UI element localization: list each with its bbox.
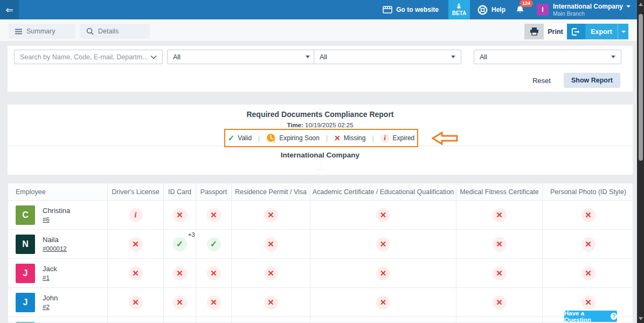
report-time: Time: 10/19/2025 02:25 bbox=[8, 122, 633, 128]
status-cell: ✕ bbox=[310, 201, 456, 230]
employee-cell: C Christina #6 bbox=[8, 205, 107, 225]
filter-dropdown-3[interactable]: All bbox=[474, 50, 621, 64]
report-company-name: International Company bbox=[8, 151, 633, 159]
status-icon: ✓ bbox=[207, 237, 221, 251]
status-cell: ✕ bbox=[196, 288, 232, 317]
status-icon: ✕ bbox=[129, 266, 143, 280]
status-cell: ✕ bbox=[164, 288, 196, 317]
status-icon: ✕ bbox=[129, 295, 143, 310]
employee-name: Christina bbox=[43, 206, 70, 216]
export-button[interactable]: Export bbox=[567, 24, 628, 39]
search-icon bbox=[86, 28, 94, 35]
legend-item-valid: ✓ Valid bbox=[228, 133, 252, 143]
collapse-sidebar-button[interactable]: ⇐ bbox=[0, 0, 19, 19]
status-cell: ✓+3 bbox=[164, 230, 196, 259]
table-row bbox=[8, 317, 634, 323]
employee-code-link[interactable]: #6 bbox=[43, 216, 50, 224]
beta-tab[interactable]: BETA bbox=[448, 0, 470, 19]
chevron-down-icon bbox=[626, 5, 631, 8]
tab-details[interactable]: Details bbox=[80, 24, 150, 39]
printer-icon bbox=[524, 24, 544, 39]
employee-code-link[interactable]: #000012 bbox=[43, 245, 67, 253]
filter-dropdown-2[interactable]: All bbox=[314, 50, 461, 64]
legend-separator: | bbox=[372, 134, 373, 142]
table-row: N Naila #000012 ✕ ✓+3 ✓ ✕ ✕ ✕ ✕ bbox=[8, 230, 634, 259]
status-cell: ✕ bbox=[310, 259, 456, 288]
scroll-down-icon[interactable] bbox=[639, 317, 643, 320]
table-row: J John #2 ✕ ✕ ✕ ✕ ✕ ✕ ✕ bbox=[8, 288, 634, 317]
show-report-button[interactable]: Show Report bbox=[564, 73, 620, 88]
avatar: N bbox=[16, 235, 35, 254]
col-passport: Passport bbox=[196, 183, 232, 201]
report-title: Required Documents Compliance Report bbox=[8, 110, 633, 119]
collapse-arrow-icon: ⇐ bbox=[5, 4, 13, 16]
status-cell: ✕ bbox=[310, 230, 456, 259]
status-icon: ✕ bbox=[581, 237, 595, 251]
go-to-website-button[interactable]: Go to website bbox=[383, 6, 439, 13]
tab-summary[interactable]: Summary bbox=[9, 24, 75, 39]
status-cell: ✕ bbox=[456, 288, 543, 317]
col-academic-certificate: Academic Certificate / Educational Quali… bbox=[310, 183, 456, 201]
notifications-button[interactable]: 124 bbox=[515, 5, 525, 15]
status-icon: ✕ bbox=[493, 237, 507, 251]
scrollbar-thumb[interactable] bbox=[639, 14, 643, 161]
top-bar: ⇐ Go to website BETA Help 124 I Internat… bbox=[0, 0, 637, 19]
status-icon: ✓ bbox=[173, 237, 187, 251]
company-switcher[interactable]: I International Company Main Branch bbox=[537, 3, 631, 17]
export-label: Export bbox=[585, 24, 618, 39]
status-icon: ✕ bbox=[376, 237, 390, 251]
status-icon: ✕ bbox=[173, 295, 187, 310]
filter-dropdown-1[interactable]: All bbox=[167, 50, 316, 64]
status-cell: ✕ bbox=[232, 259, 310, 288]
col-id-card: ID Card bbox=[164, 183, 196, 201]
status-cell: ✕ bbox=[456, 259, 543, 288]
scroll-up-icon[interactable] bbox=[639, 3, 643, 6]
reset-button[interactable]: Reset bbox=[532, 77, 551, 85]
col-drivers-license: Driver's License bbox=[108, 183, 164, 201]
chevron-down-icon bbox=[306, 56, 310, 58]
chevron-down-icon bbox=[451, 56, 455, 58]
employee-search-select[interactable]: Search by Name, Code, E-mail, Departm... bbox=[14, 50, 163, 64]
status-cell: ✕ bbox=[164, 201, 196, 230]
status-icon: ✕ bbox=[173, 266, 187, 280]
status-cell: ✓ bbox=[196, 230, 232, 259]
help-button[interactable]: Help bbox=[477, 5, 505, 15]
status-icon: ✕ bbox=[207, 208, 221, 222]
legend-item-missing: ✕ Missing bbox=[334, 134, 365, 142]
status-cell: ✕ bbox=[164, 259, 196, 288]
export-dropdown-button[interactable] bbox=[618, 24, 628, 39]
chevron-down-icon bbox=[611, 56, 615, 58]
compliance-table: Employee Driver's License ID Card Passpo… bbox=[8, 183, 633, 323]
legend-item-expired: i Expired bbox=[380, 134, 415, 143]
print-button[interactable]: Print bbox=[524, 24, 567, 39]
employee-name: John bbox=[43, 293, 58, 303]
tab-details-label: Details bbox=[98, 28, 119, 35]
legend-valid-label: Valid bbox=[238, 134, 252, 142]
legend-missing-label: Missing bbox=[344, 134, 366, 142]
employee-code-link[interactable]: #2 bbox=[43, 303, 50, 312]
status-icon: ✕ bbox=[264, 208, 278, 222]
vertical-scrollbar[interactable] bbox=[637, 0, 644, 323]
status-cell: ✕ bbox=[543, 201, 634, 230]
print-label: Print bbox=[544, 24, 567, 39]
employee-code-link[interactable]: #1 bbox=[43, 274, 50, 283]
status-icon: ✕ bbox=[264, 266, 278, 280]
export-icon bbox=[567, 24, 585, 39]
annotation-arrow-icon bbox=[432, 132, 459, 145]
status-cell: ✕ bbox=[196, 201, 232, 230]
table-row: C Christina #6 i ✕ ✕ ✕ ✕ ✕ ✕ bbox=[8, 201, 634, 230]
help-label: Help bbox=[491, 6, 505, 13]
status-icon: i bbox=[129, 208, 143, 222]
branch-name: Main Branch bbox=[553, 10, 631, 17]
status-icon: ✕ bbox=[581, 266, 595, 280]
filter-2-value: All bbox=[320, 53, 451, 61]
legend-item-expiring: Expiring Soon bbox=[266, 133, 320, 143]
status-icon: ✕ bbox=[376, 266, 390, 280]
filter-3-value: All bbox=[480, 53, 611, 61]
expiring-clock-icon bbox=[266, 133, 276, 143]
status-cell: ✕ bbox=[456, 230, 543, 259]
have-a-question-button[interactable]: Have a Question ? bbox=[564, 311, 617, 322]
avatar: J bbox=[16, 264, 35, 283]
status-icon: ✕ bbox=[207, 266, 221, 280]
status-icon: ✕ bbox=[129, 237, 143, 251]
